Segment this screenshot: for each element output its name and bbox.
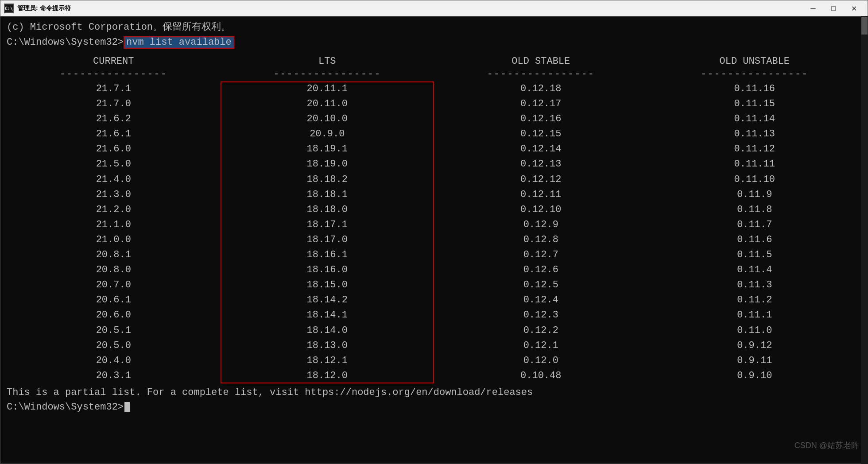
cell-old-stable: 0.12.8 <box>434 232 648 247</box>
cell-old-unstable: 0.11.2 <box>648 293 862 308</box>
cell-old-unstable: 0.11.9 <box>648 187 862 202</box>
table-row: 20.6.0 18.14.1 0.12.3 0.11.1 <box>7 308 861 323</box>
cell-old-unstable: 0.11.10 <box>648 172 862 187</box>
table-row: 21.7.1 20.11.1 0.12.18 0.11.16 <box>7 81 861 97</box>
cell-lts: 18.18.2 <box>221 172 434 187</box>
cell-lts: 18.16.1 <box>221 247 434 263</box>
header-old-stable: OLD STABLE <box>434 56 648 67</box>
cell-old-stable: 0.12.9 <box>434 217 648 232</box>
cell-lts: 18.14.2 <box>221 293 434 308</box>
cell-old-stable: 0.12.7 <box>434 247 648 263</box>
cursor <box>124 402 130 412</box>
cell-lts: 20.10.0 <box>221 112 434 127</box>
cell-old-unstable: 0.11.13 <box>648 127 862 142</box>
cell-old-unstable: 0.11.5 <box>648 247 862 263</box>
cell-current: 21.6.1 <box>7 127 221 142</box>
cell-current: 21.0.0 <box>7 232 221 247</box>
cell-lts: 18.18.0 <box>221 202 434 217</box>
cell-old-unstable: 0.11.6 <box>648 232 862 247</box>
cell-current: 20.4.0 <box>7 353 221 368</box>
minimize-button[interactable]: ─ <box>803 0 823 16</box>
nvm-table: CURRENT LTS OLD STABLE OLD UNSTABLE ----… <box>7 56 861 383</box>
table-row: 21.6.1 20.9.0 0.12.15 0.11.13 <box>7 127 861 142</box>
cell-lts: 18.18.1 <box>221 187 434 202</box>
footer-line: This is a partial list. For a complete l… <box>7 387 861 398</box>
cell-old-unstable: 0.11.1 <box>648 308 862 323</box>
header-lts: LTS <box>221 56 434 67</box>
cell-old-stable: 0.12.16 <box>434 112 648 127</box>
cell-current: 20.6.0 <box>7 308 221 323</box>
cell-current: 21.5.0 <box>7 157 221 172</box>
cell-current: 21.4.0 <box>7 172 221 187</box>
cell-old-stable: 0.12.6 <box>434 263 648 278</box>
maximize-button[interactable]: □ <box>823 0 844 16</box>
cell-current: 20.7.0 <box>7 278 221 293</box>
table-row: 21.4.0 18.18.2 0.12.12 0.11.10 <box>7 172 861 187</box>
cell-old-stable: 0.12.13 <box>434 157 648 172</box>
prompt-1: C:\Windows\System32> <box>7 37 124 48</box>
divider-old-unstable: ---------------- <box>648 69 862 80</box>
table-row: 21.0.0 18.17.0 0.12.8 0.11.6 <box>7 232 861 247</box>
app-icon: C:\ <box>4 4 14 13</box>
cell-lts: 18.16.0 <box>221 263 434 278</box>
table-row: 21.3.0 18.18.1 0.12.11 0.11.9 <box>7 187 861 202</box>
close-button[interactable]: ✕ <box>844 0 864 16</box>
cell-current: 20.5.1 <box>7 323 221 338</box>
table-body: 21.7.1 20.11.1 0.12.18 0.11.16 21.7.0 20… <box>7 81 861 383</box>
table-row: 20.4.0 18.12.1 0.12.0 0.9.11 <box>7 353 861 368</box>
table-row: 20.7.0 18.15.0 0.12.5 0.11.3 <box>7 278 861 293</box>
prompt-2: C:\Windows\System32> <box>7 402 124 413</box>
cell-current: 21.6.0 <box>7 142 221 157</box>
table-row: 20.5.1 18.14.0 0.12.2 0.11.0 <box>7 323 861 338</box>
cell-current: 21.6.2 <box>7 112 221 127</box>
table-row: 20.3.1 18.12.0 0.10.48 0.9.10 <box>7 368 861 383</box>
header-current: CURRENT <box>7 56 221 67</box>
cell-old-unstable: 0.11.11 <box>648 157 862 172</box>
cell-old-unstable: 0.9.11 <box>648 353 862 368</box>
cell-lts: 18.14.0 <box>221 323 434 338</box>
table-row: 20.5.0 18.13.0 0.12.1 0.9.12 <box>7 338 861 353</box>
divider-row: ---------------- ---------------- ------… <box>7 69 861 80</box>
cell-old-stable: 0.12.11 <box>434 187 648 202</box>
cell-lts: 20.11.0 <box>221 97 434 112</box>
cell-old-stable: 0.12.15 <box>434 127 648 142</box>
header-old-unstable: OLD UNSTABLE <box>648 56 862 67</box>
table-row: 20.8.1 18.16.1 0.12.7 0.11.5 <box>7 247 861 263</box>
command-text: nvm list available <box>124 36 234 49</box>
cell-old-stable: 0.12.4 <box>434 293 648 308</box>
cell-old-stable: 0.12.14 <box>434 142 648 157</box>
cell-old-unstable: 0.11.7 <box>648 217 862 232</box>
cell-old-unstable: 0.9.12 <box>648 338 862 353</box>
cell-lts: 18.19.1 <box>221 142 434 157</box>
watermark: CSDN @姑苏老阵 <box>794 440 859 451</box>
table-row: 21.1.0 18.17.1 0.12.9 0.11.7 <box>7 217 861 232</box>
table-row: 21.7.0 20.11.0 0.12.17 0.11.15 <box>7 97 861 112</box>
window: C:\ 管理员: 命令提示符 ─ □ ✕ (c) Microsoft Corpo… <box>0 0 868 464</box>
table-row: 21.6.2 20.10.0 0.12.16 0.11.14 <box>7 112 861 127</box>
cell-old-unstable: 0.11.0 <box>648 323 862 338</box>
cell-old-unstable: 0.11.14 <box>648 112 862 127</box>
cell-old-unstable: 0.11.8 <box>648 202 862 217</box>
cell-current: 21.2.0 <box>7 202 221 217</box>
cell-old-stable: 0.12.0 <box>434 353 648 368</box>
cell-lts: 18.17.1 <box>221 217 434 232</box>
app-icon-label: C:\ <box>5 6 13 11</box>
cell-current: 20.5.0 <box>7 338 221 353</box>
command-line: C:\Windows\System32> nvm list available <box>7 36 861 49</box>
cell-current: 21.3.0 <box>7 187 221 202</box>
cell-current: 21.1.0 <box>7 217 221 232</box>
cell-current: 21.7.0 <box>7 97 221 112</box>
cell-old-stable: 0.12.1 <box>434 338 648 353</box>
cell-lts: 18.13.0 <box>221 338 434 353</box>
cell-old-stable: 0.12.3 <box>434 308 648 323</box>
cell-current: 20.8.1 <box>7 247 221 263</box>
cell-old-stable: 0.12.12 <box>434 172 648 187</box>
divider-current: ---------------- <box>7 69 221 80</box>
cell-lts: 18.19.0 <box>221 157 434 172</box>
table-row: 21.2.0 18.18.0 0.12.10 0.11.8 <box>7 202 861 217</box>
cell-old-stable: 0.12.10 <box>434 202 648 217</box>
cell-old-stable: 0.10.48 <box>434 368 648 383</box>
table-header: CURRENT LTS OLD STABLE OLD UNSTABLE <box>7 56 861 67</box>
table-row: 20.6.1 18.14.2 0.12.4 0.11.2 <box>7 293 861 308</box>
cell-lts: 20.11.1 <box>221 81 434 97</box>
